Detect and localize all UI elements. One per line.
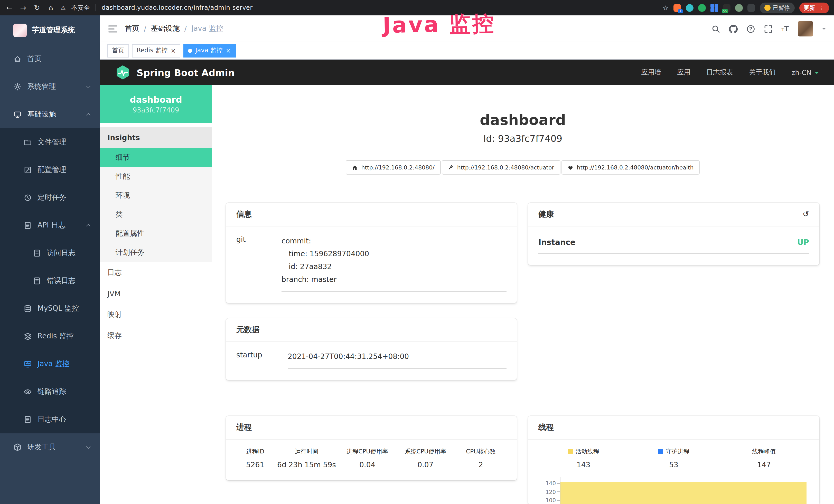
browser-home-icon[interactable]: ⌂ [47, 4, 55, 12]
endpoint-url: http://192.168.0.2:48080/ [361, 164, 434, 171]
sidebar-item-label: 访问日志 [47, 249, 75, 258]
card-title: 进程 [236, 422, 252, 432]
instance-header[interactable]: dashboard 93a3fc7f7409 [100, 85, 212, 123]
bookmark-star-icon[interactable]: ☆ [663, 4, 668, 12]
tab-label: 首页 [112, 46, 124, 55]
spring-boot-admin-logo-icon [115, 65, 130, 80]
browser-actions: ☆ 1 on 已暂停 更新 ⋮ [663, 2, 829, 13]
info-key: git [236, 235, 282, 292]
sidebar-item-file-management[interactable]: 文件管理 [0, 129, 100, 156]
profile-avatar-icon [764, 5, 770, 11]
actuator-url-button[interactable]: http://192.168.0.2:48080/actuator [442, 160, 561, 175]
history-icon[interactable]: ↺ [803, 210, 809, 218]
instance-id-line: Id: 93a3fc7f7409 [226, 133, 820, 145]
locale-selector[interactable]: zh-CN [792, 69, 818, 76]
sidebar-item-access-logs[interactable]: 访问日志 [0, 239, 100, 267]
close-icon[interactable]: × [171, 47, 176, 54]
back-icon[interactable]: ← [5, 4, 13, 12]
header-actions: TT [711, 21, 826, 37]
profile-paused-chip[interactable]: 已暂停 [760, 2, 794, 13]
eye-icon [24, 388, 32, 396]
paused-label: 已暂停 [773, 4, 790, 12]
github-icon[interactable] [729, 24, 738, 33]
sidebar-item-label: 链路追踪 [38, 387, 66, 396]
update-label: 更新 [804, 4, 815, 12]
health-instance-row[interactable]: Instance UP [539, 235, 809, 254]
instance-name: dashboard [130, 94, 182, 105]
security-label[interactable]: 不安全 [71, 3, 90, 12]
sidebar-item-mysql-monitor[interactable]: MySQL 监控 [0, 295, 100, 322]
extension-icon[interactable]: 1 [673, 4, 681, 12]
sidebar-item-api-logs[interactable]: API 日志 [0, 211, 100, 239]
sidebar-item-dev-tools[interactable]: 研发工具 [0, 433, 100, 461]
sba-item-environment[interactable]: 环境 [100, 186, 212, 205]
page-title: dashboard [226, 111, 820, 130]
fullscreen-icon[interactable] [764, 24, 773, 33]
process-table: 进程ID5261 运行时间6d 23h 15m 59s 进程CPU使用率0.04… [236, 448, 506, 469]
monitor-icon [13, 110, 22, 119]
close-icon[interactable]: × [226, 47, 231, 54]
sba-item-logs[interactable]: 日志 [100, 262, 212, 283]
help-icon[interactable] [746, 24, 755, 33]
sba-item-details[interactable]: 细节 [100, 148, 212, 167]
sidebar-item-log-center[interactable]: 日志中心 [0, 406, 100, 433]
forward-icon[interactable]: → [19, 4, 27, 12]
sba-item-classes[interactable]: 类 [100, 205, 212, 224]
extensions-puzzle-icon[interactable] [747, 4, 755, 12]
sidebar-item-config-management[interactable]: 配置管理 [0, 156, 100, 184]
tab-java-monitor[interactable]: Java 监控 × [184, 44, 236, 57]
home-icon [13, 55, 22, 63]
sba-nav-journal[interactable]: 日志报表 [706, 68, 733, 77]
extension-icon[interactable] [698, 4, 706, 12]
sidebar-item-infrastructure[interactable]: 基础设施 [0, 101, 100, 129]
service-url-button[interactable]: http://192.168.0.2:48080/ [346, 160, 440, 175]
font-size-icon[interactable]: TT [781, 25, 789, 32]
sba-item-jvm[interactable]: JVM [100, 283, 212, 304]
address-url[interactable]: dashboard.yudao.iocoder.cn/infra/admin-s… [102, 4, 253, 11]
extension-icon[interactable] [710, 4, 718, 12]
collapse-sidebar-icon[interactable] [108, 25, 118, 33]
sidebar-item-java-monitor[interactable]: Java 监控 [0, 350, 100, 378]
extension-icon[interactable]: on [723, 4, 730, 12]
sba-item-mappings[interactable]: 映射 [100, 304, 212, 325]
sba-nav-wallboard[interactable]: 应用墙 [641, 68, 661, 77]
sba-item-metrics[interactable]: 性能 [100, 167, 212, 186]
breadcrumb-separator: / [184, 25, 186, 33]
locale-label: zh-CN [792, 69, 811, 76]
status-badge: UP [797, 238, 809, 247]
sidebar-item-tracing[interactable]: 链路追踪 [0, 378, 100, 406]
sba-nav-applications[interactable]: 应用 [677, 68, 690, 77]
sba-item-scheduled-tasks[interactable]: 计划任务 [100, 243, 212, 262]
refresh-icon[interactable]: ↻ [33, 4, 41, 12]
document-icon [33, 277, 41, 285]
user-avatar[interactable] [797, 21, 813, 37]
sidebar-item-system[interactable]: 系统管理 [0, 73, 100, 101]
health-instance-label: Instance [539, 238, 575, 247]
sidebar-item-home[interactable]: 首页 [0, 45, 100, 73]
home-icon [352, 165, 357, 170]
tab-home[interactable]: 首页 [107, 44, 129, 57]
sidebar-item-scheduled-jobs[interactable]: 定时任务 [0, 184, 100, 211]
sba-group-insights: Insights [100, 127, 212, 148]
sidebar-item-label: API 日志 [38, 221, 66, 230]
browser-menu-icon[interactable]: ⋮ [818, 4, 824, 11]
sidebar-item-error-logs[interactable]: 错误日志 [0, 267, 100, 295]
search-icon[interactable] [711, 24, 720, 33]
breadcrumb-home[interactable]: 首页 [125, 24, 139, 33]
tab-redis-monitor[interactable]: Redis 监控 × [132, 44, 180, 57]
update-chrome-button[interactable]: 更新 ⋮ [799, 2, 829, 13]
sidebar-item-redis-monitor[interactable]: Redis 监控 [0, 322, 100, 350]
document-icon [24, 415, 32, 423]
card-title: 线程 [539, 422, 554, 432]
sba-nav-about[interactable]: 关于我们 [749, 68, 776, 77]
extension-icon[interactable] [735, 4, 743, 12]
sba-nav: 应用墙 应用 日志报表 关于我们 zh-CN [641, 68, 818, 77]
extension-badge: 1 [678, 9, 682, 13]
health-url-button[interactable]: http://192.168.0.2:48080/actuator/health [562, 160, 700, 175]
sba-item-config-props[interactable]: 配置属性 [100, 224, 212, 243]
sba-item-caches[interactable]: 缓存 [100, 325, 212, 346]
extension-icon[interactable] [685, 4, 693, 12]
breadcrumb-infrastructure[interactable]: 基础设施 [151, 24, 179, 33]
chart-y-axis: 140 120 100 [539, 477, 560, 504]
app-sidebar: 芋道管理系统 首页 系统管理 基础设施 文件管理 [0, 16, 100, 504]
